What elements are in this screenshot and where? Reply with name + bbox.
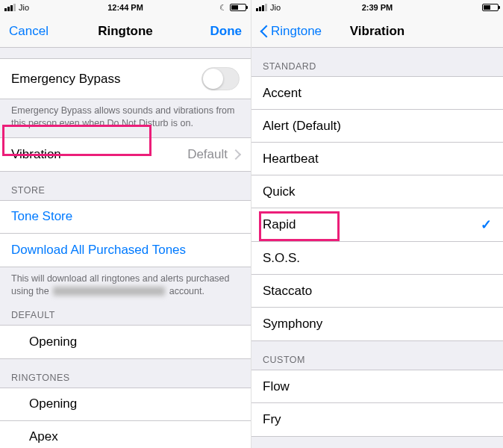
signal-icon	[256, 4, 267, 11]
signal-icon	[4, 4, 16, 11]
list-item[interactable]: Opening	[0, 388, 251, 421]
standard-list: Accent Alert (Default) Heartbeat Quick R…	[251, 76, 503, 341]
store-footer: This will download all ringtones and ale…	[0, 267, 251, 305]
chevron-left-icon	[260, 24, 269, 39]
nav-bar: Ringtone Vibration	[251, 15, 503, 48]
back-button[interactable]: Ringtone	[257, 21, 325, 42]
ringtones-header: RINGTONES	[0, 359, 251, 388]
standard-header: STANDARD	[251, 48, 503, 76]
list-item[interactable]: Opening	[0, 326, 251, 358]
ringtone-screen: Jio 12:44 PM ☾ Cancel Ringtone Done Emer…	[0, 0, 251, 448]
status-bar: Jio 2:39 PM	[251, 0, 503, 15]
done-button[interactable]: Done	[207, 21, 246, 42]
list-item[interactable]: S.O.S.	[251, 242, 503, 275]
list-item[interactable]: Accent	[251, 77, 503, 110]
list-item[interactable]: Fry	[251, 403, 503, 436]
chevron-right-icon	[232, 147, 240, 162]
carrier-label: Jio	[19, 3, 29, 12]
cancel-button[interactable]: Cancel	[6, 21, 51, 42]
default-header: DEFAULT	[0, 305, 251, 325]
emergency-bypass-label: Emergency Bypass	[11, 72, 120, 87]
status-time: 12:44 PM	[0, 3, 251, 12]
list-item[interactable]: Flow	[251, 370, 503, 403]
vibration-label: Vibration	[11, 147, 61, 162]
dnd-icon: ☾	[219, 3, 227, 13]
nav-bar: Cancel Ringtone Done	[0, 15, 251, 48]
emergency-bypass-row[interactable]: Emergency Bypass	[0, 59, 251, 99]
vibration-row[interactable]: Vibration Default	[0, 138, 251, 171]
emergency-bypass-footer: Emergency Bypass allows sounds and vibra…	[0, 99, 251, 137]
carrier-label: Jio	[270, 3, 281, 12]
checkmark-icon: ✓	[481, 217, 492, 233]
custom-header: CUSTOM	[251, 341, 503, 370]
vibration-screen: Jio 2:39 PM Ringtone Vibration STANDARD …	[251, 0, 503, 448]
battery-icon	[230, 4, 246, 11]
tone-store-row[interactable]: Tone Store	[0, 201, 251, 234]
list-item[interactable]: Apex	[0, 421, 251, 449]
redacted-account	[53, 287, 165, 296]
custom-list: Flow Fry	[251, 370, 503, 437]
list-item[interactable]: Heartbeat	[251, 143, 503, 175]
list-item-rapid[interactable]: Rapid ✓	[251, 208, 503, 242]
list-item[interactable]: Quick	[251, 175, 503, 208]
download-tones-row[interactable]: Download All Purchased Tones	[0, 234, 251, 267]
ringtones-list: Opening Apex Beacon	[0, 388, 251, 449]
status-bar: Jio 12:44 PM ☾	[0, 0, 251, 15]
default-list: Opening	[0, 325, 251, 359]
list-item[interactable]: Symphony	[251, 308, 503, 340]
vibration-value: Default	[187, 147, 228, 162]
emergency-bypass-toggle[interactable]	[201, 67, 240, 90]
list-item[interactable]: Staccato	[251, 275, 503, 308]
store-header: STORE	[0, 172, 251, 200]
status-time: 2:39 PM	[251, 3, 503, 12]
list-item[interactable]: Alert (Default)	[251, 110, 503, 143]
battery-icon	[482, 4, 499, 11]
